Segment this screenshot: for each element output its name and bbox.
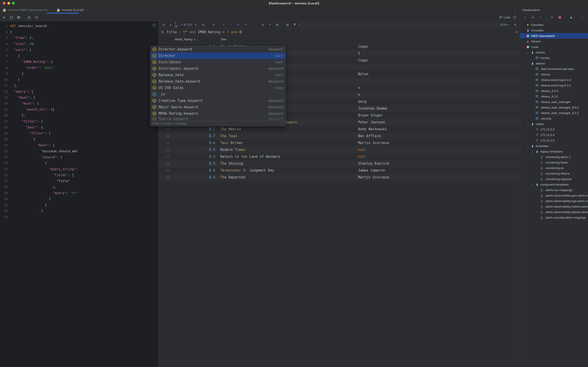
close-icon[interactable]: × xyxy=(49,8,51,12)
autocomplete-item[interactable]: fCreative Type.keywordkeyword xyxy=(150,98,285,104)
tree-node[interactable]: .kibana_task_manager xyxy=(520,99,588,105)
tree-node[interactable]: {}.alerts-observability.apm.alerts-ma xyxy=(520,193,588,198)
edit-icon[interactable]: ✎ xyxy=(267,22,273,28)
tree-node[interactable]: {}.monitoring-es xyxy=(520,165,588,171)
tree-node[interactable]: ⌄Local xyxy=(520,44,588,50)
tree-node[interactable]: .kibana_task_manager_8.0.0 xyxy=(520,105,588,110)
close-icon[interactable]: × xyxy=(85,8,87,12)
autocomplete-popup[interactable]: fDirector.keywordkeywordfDirectortextfDi… xyxy=(150,46,286,126)
settings-icon[interactable]: ⚙ xyxy=(512,22,519,28)
view-icon[interactable] xyxy=(16,14,22,21)
tree-node[interactable]: ⠿172.21.0.5 xyxy=(520,138,588,143)
last-page-icon[interactable]: ▸⎮ xyxy=(200,22,207,28)
table-row[interactable]: 148.7The TownBen Affleck xyxy=(159,133,520,140)
results-search-bar[interactable]: Title : t* and IMDB_Rating > 7 and d ⊗ xyxy=(159,28,520,36)
tree-node[interactable]: ⌄▮indices xyxy=(520,50,588,55)
favorite-icon[interactable] xyxy=(26,14,32,21)
tree-node[interactable]: ⌄▮component templates xyxy=(520,182,588,187)
remove-row-icon[interactable]: － xyxy=(228,22,234,28)
tree-node[interactable]: ◆Kibana xyxy=(520,39,588,44)
tree-node[interactable]: ⌄▮legacy templates xyxy=(520,149,588,154)
commit-up-icon[interactable]: ↑ xyxy=(250,22,256,28)
delete-icon[interactable]: 🗑 xyxy=(274,22,280,28)
console-icon[interactable]: ▣ xyxy=(568,14,574,21)
tree-node[interactable]: .kibana-event-log-8.0.0 xyxy=(520,77,588,83)
col-imdb-rating[interactable]: IMDB_Rating ▾ 1 xyxy=(173,38,218,41)
prev-page-icon[interactable]: ◂ xyxy=(167,22,173,28)
autocomplete-item[interactable]: fRelease_Date.keywordkeyword xyxy=(150,78,285,85)
tree-node[interactable]: .kibana_8.0.0 xyxy=(520,88,588,94)
table-row[interactable]: 208.5The DepartedMartin Scorsese xyxy=(159,174,520,181)
redo-icon[interactable]: ↷ xyxy=(242,22,249,28)
autocomplete-item[interactable]: fDirector.keywordkeyword xyxy=(150,46,285,52)
tree-node[interactable]: {}.monitoring-logstash xyxy=(520,176,588,182)
history-icon[interactable] xyxy=(33,14,40,21)
collapse-all-icon[interactable]: ⇵ xyxy=(587,14,588,21)
table-row[interactable]: 158.6Taxi DriverMartin Scorsese xyxy=(159,140,520,146)
tree-node[interactable]: ★Favorites xyxy=(520,22,588,27)
table-row[interactable]: 168.5Modern Timesnull xyxy=(159,146,520,153)
tree-node[interactable]: ⌄▮nodes xyxy=(520,121,588,127)
tree-node[interactable]: .kibana_task_manager_8.3.2 xyxy=(520,110,588,116)
edit-connection-icon[interactable]: ✎ xyxy=(537,14,544,21)
run-button[interactable] xyxy=(1,14,7,21)
tab-more-icon[interactable]: ⋮ xyxy=(513,8,518,12)
copy-icon[interactable]: ⧉ xyxy=(260,22,266,28)
table-row[interactable]: 178.5Return to the Land of Wondersnull xyxy=(159,153,520,160)
undo-icon[interactable]: ↶ xyxy=(235,22,242,28)
table-row[interactable]: 138.7The MatrixAndy Wachowski xyxy=(159,126,520,133)
expand-all-icon[interactable]: ⇕ xyxy=(579,14,586,21)
stop-icon[interactable] xyxy=(556,14,563,21)
tree-node[interactable]: .fleet-enrollment-api-keys xyxy=(520,66,588,72)
tree-node[interactable]: {}.monitoring-alerts-7 xyxy=(520,154,588,160)
add-row-icon[interactable]: ＋ xyxy=(221,22,227,28)
tree-node[interactable]: {}.monitoring-kibana xyxy=(520,171,588,176)
tree-node[interactable]: ›AWS Opensearch xyxy=(520,33,588,39)
tree-node[interactable]: ⌄▮aliases xyxy=(520,60,588,66)
col-title[interactable]: Title xyxy=(218,38,356,41)
tree-node[interactable]: {}.alerts-observability.uptime.alerts- xyxy=(520,209,588,215)
table-row[interactable]: 188.5The ShiningStanley Kubrick xyxy=(159,160,520,167)
autocomplete-item[interactable]: fMPAA Rating.keywordkeyword xyxy=(150,110,285,117)
tree-node[interactable]: ⠿172.21.0.3 xyxy=(520,127,588,132)
refresh-icon[interactable] xyxy=(511,14,518,21)
tree-node[interactable]: {}.alerts-observability.metrics.alerts- xyxy=(520,204,588,209)
tree-node[interactable]: movies xyxy=(520,55,588,60)
format-selector[interactable]: JSON ▾ xyxy=(499,23,508,26)
tree-node[interactable]: .kibana-event-log-8.3.2 xyxy=(520,83,588,88)
tree-node[interactable]: {}.alerts-security.alerts-mappings xyxy=(520,215,588,220)
tree-node[interactable]: {}.alerts-ecs-mappings xyxy=(520,187,588,193)
autocomplete-item[interactable]: fDistributor.keywordkeyword xyxy=(150,65,285,72)
query-editor[interactable]: 1234567891011121314151617181920212223242… xyxy=(0,21,158,367)
tree-node[interactable]: {}.monitoring-beats xyxy=(520,160,588,165)
stop-button[interactable] xyxy=(8,14,15,21)
tree-node[interactable]: .kibana xyxy=(520,72,588,77)
autocomplete-item[interactable]: fDistributortext xyxy=(150,59,285,65)
tab-local[interactable]: movies [Local] × xyxy=(54,6,90,14)
tree-node[interactable]: .security xyxy=(520,116,588,121)
refresh-icon[interactable]: ⟳ xyxy=(549,14,555,21)
reload-icon[interactable]: ⟳ xyxy=(210,22,216,28)
code-area[interactable]: GET /movies/_search{ "from": 0, "size": … xyxy=(10,21,158,367)
tree-node[interactable]: ▮Consoles xyxy=(520,27,588,33)
autocomplete-item[interactable]: m_id xyxy=(150,91,285,98)
tree-node[interactable]: ⠿172.21.0.4 xyxy=(520,132,588,138)
env-selector[interactable]: Local xyxy=(499,16,510,19)
first-page-icon[interactable]: ⎮◂ xyxy=(160,22,166,28)
tree-node[interactable]: ⌄▮templates xyxy=(520,143,588,149)
table-row[interactable]: 198.5Terminator 2: Judgment DayJames Cam… xyxy=(159,167,520,174)
tab-aws-opensearch[interactable]: movies [AWS Opensearch] × xyxy=(0,6,54,14)
columns-icon[interactable]: ▥ xyxy=(284,22,291,28)
connection-tree[interactable]: ★Favorites▮Consoles›AWS Opensearch◆Kiban… xyxy=(520,21,588,367)
add-connection-icon[interactable]: ＋ xyxy=(522,14,528,21)
filter-icon[interactable] xyxy=(292,22,298,28)
tree-node[interactable]: {}.alerts-observability.logs.alerts-ma xyxy=(520,198,588,204)
next-page-icon[interactable]: ▸ xyxy=(193,22,199,28)
clear-search-icon[interactable]: ⊗ xyxy=(515,30,518,34)
tree-node[interactable]: .kibana_8.3.2 xyxy=(520,94,588,99)
autocomplete-item[interactable]: fUS DVD Saleslong xyxy=(150,85,285,91)
autocomplete-item[interactable]: fDirectortext xyxy=(150,52,285,59)
autocomplete-item[interactable]: fRelease_Datetext xyxy=(150,72,285,78)
copy-connection-icon[interactable]: ⧉ xyxy=(530,14,536,21)
autocomplete-item[interactable]: fMajor Genre.keywordkeyword xyxy=(150,104,285,110)
